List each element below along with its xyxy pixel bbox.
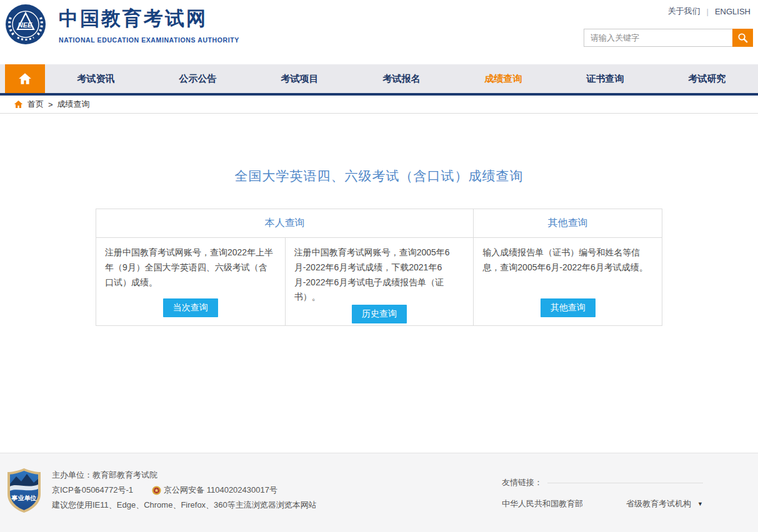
site-footer: 事业单位 主办单位：教育部教育考试院 京ICP备05064772号-1 京公网安… [0,453,758,532]
table-header-self-query: 本人查询 [96,209,473,237]
nav-item-certificate-query[interactable]: 证书查询 [554,64,656,93]
query-table: 本人查询 其他查询 注册中国教育考试网账号，查询2022年上半年（9月）全国大学… [96,209,662,326]
search-input[interactable] [584,29,732,47]
home-icon [18,72,32,85]
site-logo[interactable]: NEE 中国教育考试网 NATIONAL EDUCATION EXAMINATI… [5,4,239,45]
breadcrumb-separator: > [48,100,53,109]
svg-text:事业单位: 事业单位 [11,495,37,501]
site-title: 中国教育考试网 [59,6,239,32]
main-nav: 考试资讯 公示公告 考试项目 考试报名 成绩查询 证书查询 考试研究 [0,64,758,96]
nav-item-exam-registration[interactable]: 考试报名 [351,64,452,93]
main-content: 全国大学英语四、六级考试（含口试）成绩查询 本人查询 其他查询 注册中国教育考试… [0,114,758,453]
footer-info: 主办单位：教育部教育考试院 京ICP备05064772号-1 京公网安备 110… [52,468,317,532]
institution-badge-icon: 事业单位 [6,468,42,513]
link-separator: | [707,7,709,16]
icp-link[interactable]: 京ICP备05064772号-1 [52,485,133,496]
provincial-orgs-label: 省级教育考试机构 [626,498,691,510]
svg-text:NEE: NEE [18,21,32,29]
search-icon [737,32,748,43]
query-table-body: 注册中国教育考试网账号，查询2022年上半年（9月）全国大学英语四、六级考试（含… [96,238,662,325]
table-header-other-query: 其他查询 [473,209,662,237]
breadcrumb-current: 成绩查询 [57,99,90,110]
footer-links: 友情链接： 中华人民共和国教育部 省级教育考试机构 ▼ [502,468,703,532]
police-badge-icon [152,486,161,495]
breadcrumb-home-link[interactable]: 首页 [27,99,44,110]
query-cell-history: 注册中国教育考试网账号，查询2005年6月-2022年6月考试成绩，下载2021… [285,238,474,325]
query-cell-history-text: 注册中国教育考试网账号，查询2005年6月-2022年6月考试成绩，下载2021… [294,245,465,305]
search-bar [584,29,753,47]
friend-links-label: 友情链接： [502,477,542,488]
footer-registration-line: 京ICP备05064772号-1 京公网安备 11040202430017号 [52,483,317,498]
query-cell-other: 输入成绩报告单（证书）编号和姓名等信息，查询2005年6月-2022年6月考试成… [473,238,662,325]
breadcrumb: 首页 > 成绩查询 [0,96,758,114]
search-button[interactable] [732,29,753,47]
page: NEE 中国教育考试网 NATIONAL EDUCATION EXAMINATI… [0,0,758,532]
english-link[interactable]: ENGLISH [715,7,751,16]
provincial-orgs-dropdown[interactable]: 省级教育考试机构 ▼ [626,498,703,510]
nav-item-exam-research[interactable]: 考试研究 [656,64,758,93]
query-table-header: 本人查询 其他查询 [96,209,662,238]
nav-item-score-query[interactable]: 成绩查询 [452,64,554,93]
nav-home-tab[interactable] [5,64,45,93]
moe-link[interactable]: 中华人民共和国教育部 [502,498,583,510]
home-icon [14,100,23,109]
footer-organizer: 主办单位：教育部教育考试院 [52,468,317,483]
chevron-down-icon: ▼ [697,501,703,507]
footer-browser-tip: 建议您使用IE11、Edge、Chrome、Firefox、360等主流浏览器浏… [52,498,317,513]
nav-item-exam-info[interactable]: 考试资讯 [45,64,147,93]
nav-items: 考试资讯 公示公告 考试项目 考试报名 成绩查询 证书查询 考试研究 [45,64,758,93]
police-link[interactable]: 京公网安备 11040202430017号 [164,485,277,496]
query-cell-other-text: 输入成绩报告单（证书）编号和姓名等信息，查询2005年6月-2022年6月考试成… [482,245,653,275]
top-links: 关于我们 | ENGLISH [668,6,751,17]
other-query-button[interactable]: 其他查询 [541,298,596,317]
nav-item-exam-programs[interactable]: 考试项目 [249,64,351,93]
site-subtitle: NATIONAL EDUCATION EXAMINATIONS AUTHORIT… [59,36,239,44]
page-title: 全国大学英语四、六级考试（含口试）成绩查询 [0,114,758,185]
neea-emblem-icon: NEE [5,4,46,45]
nav-item-announcements[interactable]: 公示公告 [147,64,249,93]
about-us-link[interactable]: 关于我们 [668,6,701,17]
divider [547,483,703,483]
current-query-button[interactable]: 当次查询 [163,298,218,317]
site-header: NEE 中国教育考试网 NATIONAL EDUCATION EXAMINATI… [0,0,758,64]
query-cell-current-text: 注册中国教育考试网账号，查询2022年上半年（9月）全国大学英语四、六级考试（含… [105,245,276,290]
history-query-button[interactable]: 历史查询 [352,305,407,323]
query-cell-current: 注册中国教育考试网账号，查询2022年上半年（9月）全国大学英语四、六级考试（含… [96,238,285,325]
